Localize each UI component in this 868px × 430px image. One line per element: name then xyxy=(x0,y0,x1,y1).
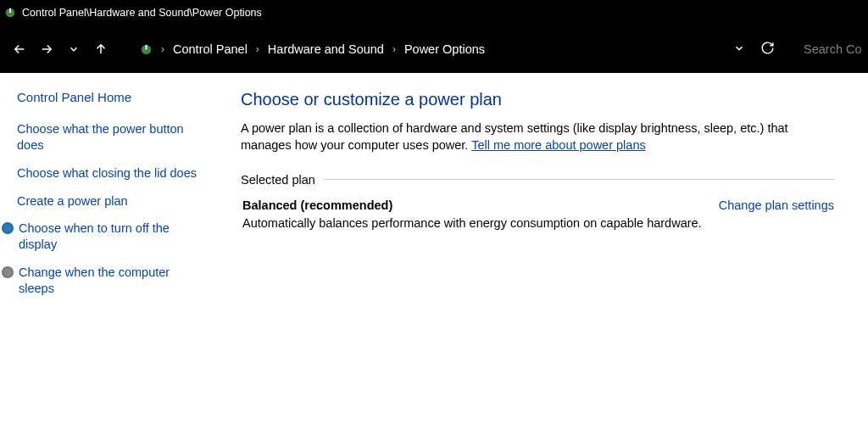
plan-name: Balanced (recommended) xyxy=(242,198,392,212)
selected-plan-section-label: Selected plan xyxy=(241,173,834,187)
sidebar-link-label: Choose when to turn off the display xyxy=(19,221,207,253)
plan-description: Automatically balances performance with … xyxy=(241,216,834,230)
sidebar-link-power-button[interactable]: Choose what the power button does xyxy=(17,121,207,154)
shield-icon xyxy=(2,266,14,278)
plan-row: Balanced (recommended) Change plan setti… xyxy=(241,198,834,212)
shield-icon xyxy=(2,222,14,234)
power-options-icon xyxy=(3,6,17,20)
sidebar-link-turn-off-display[interactable]: Choose when to turn off the display xyxy=(17,221,207,253)
power-options-icon xyxy=(139,42,153,56)
sidebar-link-computer-sleeps[interactable]: Change when the computer sleeps xyxy=(17,265,207,297)
search-input[interactable]: Search Co xyxy=(793,34,861,64)
window-title-text: Control Panel\Hardware and Sound\Power O… xyxy=(22,7,262,19)
search-placeholder: Search Co xyxy=(804,42,861,56)
svg-rect-1 xyxy=(9,8,11,13)
chevron-right-icon[interactable]: › xyxy=(256,43,259,55)
address-bar[interactable]: › Control Panel › Hardware and Sound › P… xyxy=(131,34,783,64)
control-panel-home-link[interactable]: Control Panel Home xyxy=(17,90,207,104)
chevron-right-icon[interactable]: › xyxy=(161,43,164,55)
address-dropdown-button[interactable] xyxy=(733,42,745,57)
breadcrumb-hardware-sound[interactable]: Hardware and Sound xyxy=(268,42,384,56)
navigation-toolbar: › Control Panel › Hardware and Sound › P… xyxy=(0,25,868,73)
page-heading: Choose or customize a power plan xyxy=(241,90,834,109)
page-description: A power plan is a collection of hardware… xyxy=(241,120,834,154)
forward-button[interactable] xyxy=(34,34,59,64)
breadcrumb-control-panel[interactable]: Control Panel xyxy=(173,42,248,56)
main-panel: Choose or customize a power plan A power… xyxy=(220,90,868,309)
recent-locations-button[interactable] xyxy=(61,34,86,64)
refresh-button[interactable] xyxy=(760,41,775,58)
sidebar-link-closing-lid[interactable]: Choose what closing the lid does xyxy=(17,165,207,181)
chevron-right-icon[interactable]: › xyxy=(392,43,396,55)
back-button[interactable] xyxy=(7,34,32,64)
breadcrumb-power-options[interactable]: Power Options xyxy=(404,42,485,56)
sidebar-link-create-plan[interactable]: Create a power plan xyxy=(17,193,207,209)
sidebar-link-label: Change when the computer sleeps xyxy=(19,265,207,297)
window-titlebar: Control Panel\Hardware and Sound\Power O… xyxy=(0,0,868,25)
change-plan-settings-link[interactable]: Change plan settings xyxy=(719,198,834,212)
tell-me-more-link[interactable]: Tell me more about power plans xyxy=(471,138,646,152)
up-button[interactable] xyxy=(88,34,114,64)
svg-rect-3 xyxy=(145,44,147,49)
content-area: Control Panel Home Choose what the power… xyxy=(0,73,868,309)
sidebar: Control Panel Home Choose what the power… xyxy=(0,90,220,309)
